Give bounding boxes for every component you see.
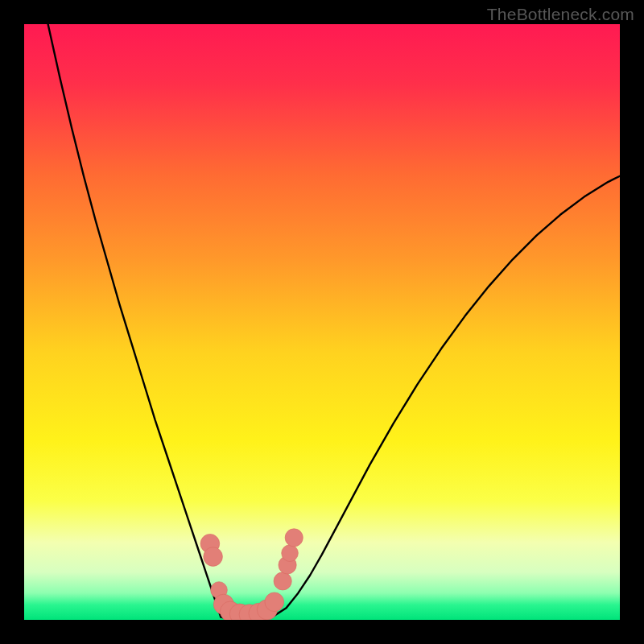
left-branch-curve [48,24,221,617]
data-marker [282,545,299,562]
right-branch-curve [275,176,620,616]
curve-layer [24,24,620,620]
data-marker [285,529,303,547]
data-marker [265,592,284,612]
data-marker [274,572,291,590]
data-marker [204,547,223,567]
chart-frame: TheBottleneck.com [0,0,644,644]
watermark-text: TheBottleneck.com [487,5,634,24]
plot-area [24,24,620,620]
